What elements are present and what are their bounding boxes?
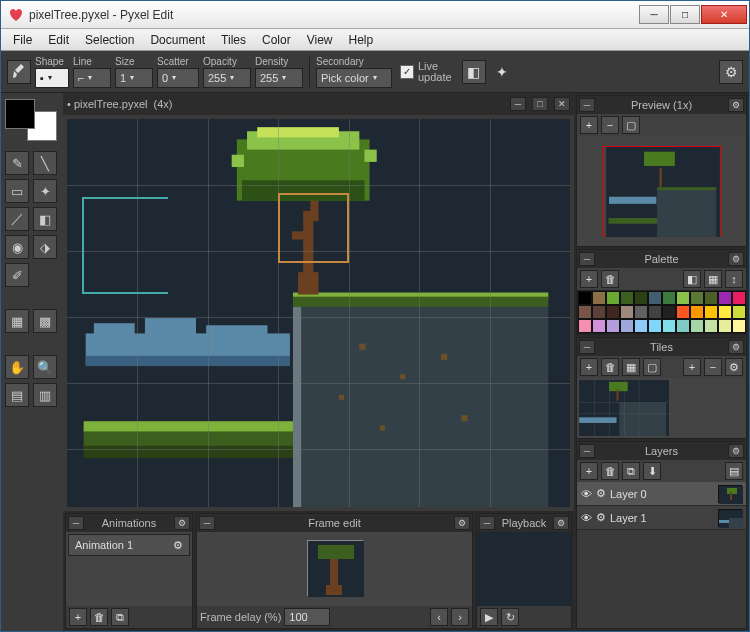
tile-place-tool[interactable]: ▦ [5,309,29,333]
tzoom-in[interactable]: + [683,358,701,376]
layer-row[interactable]: 👁 ⚙ Layer 1 [577,506,746,530]
gear-icon[interactable]: ⚙ [596,487,606,500]
fit-btn[interactable]: ▢ [622,116,640,134]
dup-layer-btn[interactable]: ⧉ [622,462,640,480]
merge-layer-btn[interactable]: ⬇ [643,462,661,480]
gear-icon[interactable]: ⚙ [173,539,183,552]
settings-icon[interactable]: ⚙ [719,60,743,84]
tab-min-btn[interactable]: ─ [510,97,526,111]
canvas[interactable] [67,119,570,507]
select-tool[interactable]: ▭ [5,179,29,203]
palette-color[interactable] [676,319,690,333]
next-frame-btn[interactable]: › [451,608,469,626]
color-swatches[interactable] [5,99,57,141]
menu-edit[interactable]: Edit [40,30,77,50]
t-b[interactable]: ▢ [643,358,661,376]
eyedropper-tool[interactable]: ✐ [5,263,29,287]
palette-color[interactable] [578,319,592,333]
pickcolor-select[interactable]: Pick color▾ [316,68,392,88]
palette-color[interactable] [690,319,704,333]
palette-color[interactable] [662,291,676,305]
collapse-icon[interactable]: ─ [579,340,595,354]
titlebar[interactable]: pixelTree.pyxel - Pyxel Edit ─ □ ✕ [1,1,749,29]
menu-selection[interactable]: Selection [77,30,142,50]
delete-animation-btn[interactable]: 🗑 [90,608,108,626]
collapse-icon[interactable]: ─ [68,516,84,530]
del-color-btn[interactable]: 🗑 [601,270,619,288]
eraser-tool[interactable]: ◧ [33,207,57,231]
maximize-button[interactable]: □ [670,5,700,24]
zoom-in-btn[interactable]: + [580,116,598,134]
palette-color[interactable] [606,305,620,319]
menu-file[interactable]: File [5,30,40,50]
palette-grid[interactable] [577,290,746,334]
gear-icon[interactable]: ⚙ [728,252,744,266]
frame-delay-input[interactable]: 100 [284,608,330,626]
zoom-tool[interactable]: 🔍 [33,355,57,379]
size-select[interactable]: 1▾ [115,68,153,88]
palette-color[interactable] [648,305,662,319]
palette-color[interactable] [634,319,648,333]
hand-tool[interactable]: ✋ [5,355,29,379]
palette-color[interactable] [718,305,732,319]
add-animation-btn[interactable]: + [69,608,87,626]
palette-color[interactable] [634,291,648,305]
palette-color[interactable] [620,319,634,333]
layer-row[interactable]: 👁 ⚙ Layer 0 [577,482,746,506]
tab-close-btn[interactable]: ✕ [554,97,570,111]
gear-icon[interactable]: ⚙ [728,98,744,112]
density-select[interactable]: 255▾ [255,68,303,88]
menu-document[interactable]: Document [142,30,213,50]
tzoom-out[interactable]: − [704,358,722,376]
frame-thumb[interactable] [307,540,363,596]
line-tool[interactable]: ╲ [33,151,57,175]
layers-opt[interactable]: ▤ [725,462,743,480]
collapse-icon[interactable]: ─ [199,516,215,530]
t-a[interactable]: ▦ [622,358,640,376]
fill-tool[interactable]: ◉ [5,235,29,259]
t-gear[interactable]: ⚙ [725,358,743,376]
palette-color[interactable] [592,319,606,333]
eye-icon[interactable]: 👁 [581,488,592,500]
play-btn[interactable]: ▶ [480,608,498,626]
palette-color[interactable] [732,305,746,319]
palette-color[interactable] [676,305,690,319]
collapse-icon[interactable]: ─ [479,516,495,530]
replace-tool[interactable]: ⬗ [33,235,57,259]
brush-tool[interactable]: ／ [5,207,29,231]
palette-color[interactable] [676,291,690,305]
gear-icon[interactable]: ⚙ [728,444,744,458]
palette-color[interactable] [648,319,662,333]
gear-icon[interactable]: ⚙ [553,516,569,530]
palette-color[interactable] [606,291,620,305]
pal-a[interactable]: ◧ [683,270,701,288]
palette-color[interactable] [578,291,592,305]
loop-btn[interactable]: ↻ [501,608,519,626]
palette-color[interactable] [662,319,676,333]
toolbar-btn-b[interactable]: ✦ [490,60,514,84]
live-update-checkbox[interactable]: ✓ [400,65,414,79]
animation-item[interactable]: Animation 1⚙ [68,534,190,556]
palette-color[interactable] [620,291,634,305]
gear-icon[interactable]: ⚙ [454,516,470,530]
line-select[interactable]: ⌐▾ [73,68,111,88]
palette-color[interactable] [606,319,620,333]
palette-color[interactable] [690,305,704,319]
add-layer-btn[interactable]: + [580,462,598,480]
palette-color[interactable] [718,319,732,333]
palette-color[interactable] [704,319,718,333]
palette-color[interactable] [634,305,648,319]
collapse-icon[interactable]: ─ [579,98,595,112]
tile-fill-tool[interactable]: ▩ [33,309,57,333]
palette-color[interactable] [662,305,676,319]
tab-name[interactable]: • pixelTree.pyxel [67,98,147,110]
palette-color[interactable] [592,291,606,305]
wand-tool[interactable]: ✦ [33,179,57,203]
fg-color[interactable] [5,99,35,129]
preview-viewport[interactable] [602,146,722,236]
palette-color[interactable] [620,305,634,319]
menu-tiles[interactable]: Tiles [213,30,254,50]
dup-animation-btn[interactable]: ⧉ [111,608,129,626]
collapse-icon[interactable]: ─ [579,444,595,458]
gear-icon[interactable]: ⚙ [596,511,606,524]
